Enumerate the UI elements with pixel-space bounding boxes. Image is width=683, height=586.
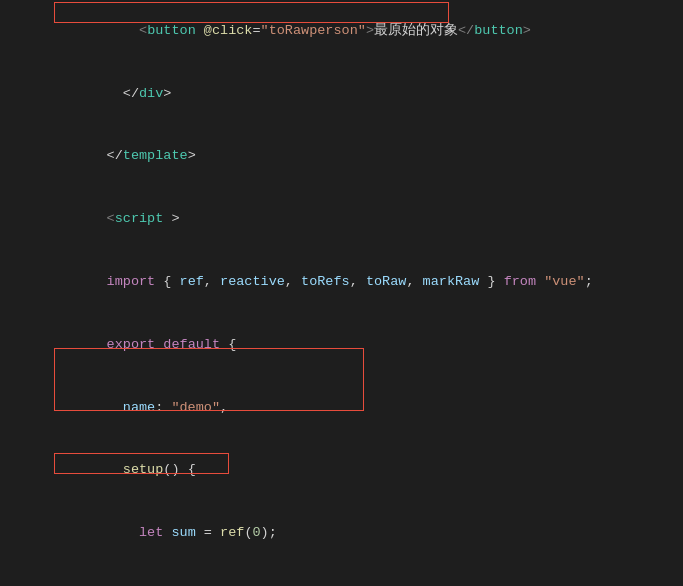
code-line: name: "demo", [0, 377, 683, 440]
code-line: <button @click="toRawperson">最原始的对象</but… [0, 0, 683, 63]
code-line: </template> [0, 126, 683, 189]
code-line: import { ref, reactive, toRefs, toRaw, m… [0, 251, 683, 314]
code-line: let sum = ref(0); [0, 502, 683, 565]
code-line: export default { [0, 314, 683, 377]
code-editor: <button @click="toRawperson">最原始的对象</but… [0, 0, 683, 586]
code-line: setup() { [0, 439, 683, 502]
code-line: </div> [0, 63, 683, 126]
code-line: let person = reactive({ [0, 565, 683, 586]
code-line: <script > [0, 188, 683, 251]
